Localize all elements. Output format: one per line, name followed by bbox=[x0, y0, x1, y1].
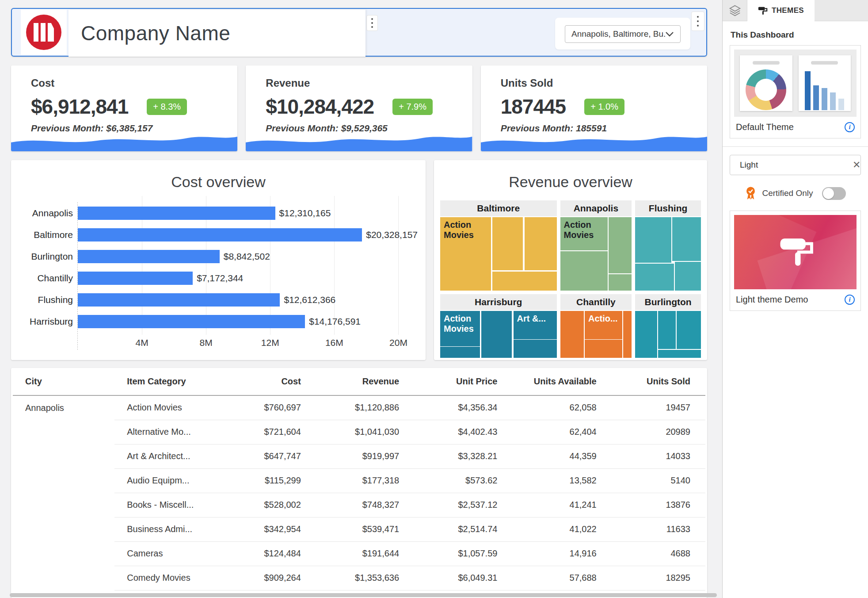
treemap-group-header: Harrisburg bbox=[440, 294, 557, 310]
table-cell: $1,120,886 bbox=[316, 395, 414, 420]
treemap-cell[interactable] bbox=[623, 311, 632, 358]
revenue-overview-widget[interactable]: Revenue overview BaltimoreAction MoviesA… bbox=[434, 160, 707, 360]
search-input[interactable] bbox=[740, 160, 848, 170]
default-theme-card[interactable]: Default Theme i bbox=[730, 45, 861, 138]
bar[interactable] bbox=[78, 293, 280, 307]
table-row[interactable]: Business Admi...$342,954$539,471$2,514.7… bbox=[13, 517, 705, 541]
bar[interactable] bbox=[78, 207, 275, 220]
section-title: This Dashboard bbox=[731, 30, 861, 40]
info-icon[interactable]: i bbox=[845, 295, 855, 305]
treemap-cell[interactable] bbox=[658, 350, 701, 358]
bar-category-label: Harrisburg bbox=[19, 310, 77, 332]
table-cell: 5140 bbox=[612, 468, 705, 493]
treemap-cell[interactable] bbox=[585, 340, 622, 358]
treemap-group-header: Flushing bbox=[635, 200, 701, 216]
treemap-cell[interactable] bbox=[481, 311, 512, 358]
table-cell: $748,327 bbox=[316, 493, 414, 517]
horizontal-scrollbar[interactable] bbox=[10, 593, 717, 597]
table-cell: $528,002 bbox=[247, 493, 316, 517]
mini-bar bbox=[805, 71, 811, 110]
table-cell: Books - Miscell... bbox=[114, 493, 247, 517]
mini-bar bbox=[822, 88, 827, 110]
certified-only-toggle[interactable] bbox=[822, 187, 846, 200]
treemap-cell[interactable] bbox=[514, 340, 557, 358]
treemap-cell[interactable] bbox=[635, 217, 671, 263]
chevron-down-icon bbox=[665, 31, 674, 37]
bar-category-label: Burlington bbox=[19, 245, 77, 267]
data-table-widget[interactable]: CityItem CategoryCostRevenueUnit PriceUn… bbox=[11, 368, 707, 598]
table-cell: $4,356.34 bbox=[414, 395, 512, 420]
table-row[interactable]: Art & Architect...$647,747$919,997$3,328… bbox=[13, 444, 705, 468]
treemap-group-blocks bbox=[635, 217, 701, 291]
mini-bars-tile bbox=[799, 55, 851, 111]
kpi-value: $10,284,422 bbox=[266, 95, 374, 119]
kpi-title: Cost bbox=[31, 77, 237, 89]
treemap-cell[interactable] bbox=[560, 311, 584, 358]
donut-chart-icon bbox=[746, 69, 786, 110]
table-row[interactable]: Cameras$124,484$191,644$1,057.5914,91646… bbox=[13, 541, 705, 566]
light-theme-name: Light theme Demo bbox=[736, 295, 845, 305]
table-cell: Comedy Movies bbox=[114, 566, 247, 590]
table-column-header: Unit Price bbox=[414, 368, 512, 395]
light-theme-thumbnail bbox=[734, 215, 857, 289]
treemap-cell[interactable] bbox=[658, 311, 675, 349]
table-row[interactable]: Comedy Movies$909,264$1,353,636$6,049.31… bbox=[13, 566, 705, 590]
treemap-cell[interactable] bbox=[609, 217, 632, 273]
kpi-card[interactable]: Units Sold187445+ 1.0%Previous Month: 18… bbox=[481, 65, 707, 151]
x-axis-tick: 4M bbox=[136, 337, 148, 348]
clear-search-icon[interactable]: ✕ bbox=[853, 160, 860, 170]
x-axis-tick: 8M bbox=[200, 337, 213, 348]
treemap-cell[interactable] bbox=[440, 347, 480, 358]
treemap-cell[interactable] bbox=[560, 251, 608, 291]
table-cell: $6,049.31 bbox=[414, 566, 512, 590]
treemap-cell[interactable]: Action Movies bbox=[440, 311, 480, 346]
table-cell: $919,997 bbox=[316, 444, 414, 468]
bar[interactable] bbox=[78, 250, 220, 263]
treemap-cell[interactable] bbox=[609, 274, 632, 291]
treemap-cell[interactable]: Art &... bbox=[514, 311, 557, 339]
table-cell: Business Admi... bbox=[114, 517, 247, 541]
treemap-cell[interactable]: Action Movies bbox=[560, 217, 608, 250]
kpi-title: Units Sold bbox=[501, 77, 707, 89]
bar-category-label: Annapolis bbox=[19, 202, 77, 224]
table-cell: 13,582 bbox=[512, 468, 611, 493]
table-cell: $115,299 bbox=[247, 468, 316, 493]
light-theme-card[interactable]: Light theme Demo i bbox=[730, 211, 861, 311]
region-filter-dropdown[interactable]: Annapolis, Baltimore, Bu... bbox=[565, 25, 681, 43]
widget-drag-handle-icon[interactable] bbox=[366, 15, 378, 31]
treemap-cell[interactable]: Action Movies bbox=[440, 217, 491, 291]
table-row[interactable]: Books - Miscell...$528,002$748,327$2,537… bbox=[13, 493, 705, 517]
treemap-cell[interactable] bbox=[635, 311, 657, 358]
sidebar-tabbar: THEMES bbox=[723, 0, 868, 21]
kpi-card[interactable]: Revenue$10,284,422+ 7.9%Previous Month: … bbox=[246, 65, 472, 151]
table-row[interactable]: AnnapolisAction Movies$760,697$1,120,886… bbox=[13, 395, 705, 420]
treemap-cell[interactable] bbox=[675, 262, 701, 291]
bar[interactable] bbox=[78, 315, 305, 328]
treemap-cell[interactable] bbox=[525, 217, 557, 270]
bar-category-label: Chantilly bbox=[19, 267, 77, 289]
cost-overview-widget[interactable]: Cost overview AnnapolisBaltimoreBurlingt… bbox=[11, 160, 426, 360]
dashboard-header-widget[interactable]: Company Name Annapolis, Baltimore, Bu... bbox=[11, 8, 707, 57]
kpi-card[interactable]: Cost$6,912,841+ 8.3%Previous Month: $6,3… bbox=[11, 65, 237, 151]
bar[interactable] bbox=[78, 228, 362, 242]
info-icon[interactable]: i bbox=[845, 122, 855, 132]
tab-themes[interactable]: THEMES bbox=[747, 0, 815, 21]
tab-layers[interactable] bbox=[723, 0, 747, 21]
table-row[interactable]: Audio Equipm...$115,299$177,318$573.6213… bbox=[13, 468, 705, 493]
treemap-cell[interactable] bbox=[672, 217, 701, 261]
table-row[interactable]: Alternative Mo...$721,604$1,041,030$4,40… bbox=[13, 420, 705, 444]
treemap-group-blocks: Actio... bbox=[560, 311, 632, 358]
treemap-cell[interactable] bbox=[492, 217, 523, 270]
treemap-cell[interactable] bbox=[635, 264, 674, 291]
x-axis-tick: 20M bbox=[389, 337, 407, 348]
treemap-cell[interactable] bbox=[492, 272, 556, 291]
treemap-cell[interactable] bbox=[677, 311, 701, 349]
table-cell-city: Annapolis bbox=[13, 395, 114, 598]
bar-row: $12,612,366 bbox=[78, 289, 418, 310]
bar-value-label: $12,310,165 bbox=[279, 208, 331, 218]
kebab-menu-icon[interactable] bbox=[691, 12, 704, 31]
kpi-sparkline bbox=[481, 133, 707, 151]
treemap-cell[interactable]: Actio... bbox=[585, 311, 622, 339]
bar[interactable] bbox=[78, 272, 193, 285]
table-cell: 14,916 bbox=[512, 541, 611, 566]
